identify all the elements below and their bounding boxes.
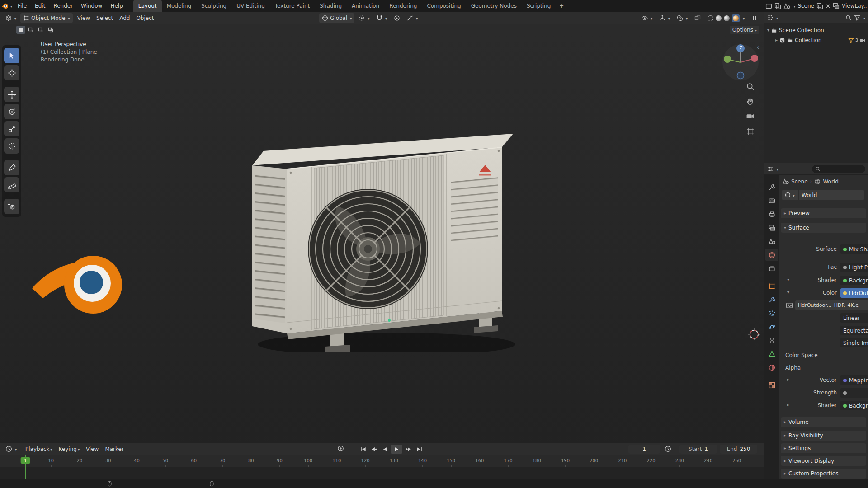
view-layer-name[interactable]: ViewLay... bbox=[842, 3, 867, 9]
camera-view-icon[interactable] bbox=[746, 112, 755, 121]
select-mode-extend-button[interactable] bbox=[26, 26, 35, 34]
chevron-down-icon[interactable] bbox=[776, 166, 778, 172]
properties-tab-scene[interactable] bbox=[765, 235, 778, 247]
tool-rotate[interactable] bbox=[4, 104, 19, 119]
menu-render[interactable]: Render bbox=[49, 0, 77, 12]
workspace-tab-compositing[interactable]: Compositing bbox=[422, 0, 466, 12]
panel-volume[interactable]: Volume bbox=[781, 417, 866, 427]
current-frame-field[interactable]: 1 bbox=[628, 445, 660, 454]
workspace-tab-geometry-nodes[interactable]: Geometry Nodes bbox=[466, 0, 522, 12]
workspace-tab-modeling[interactable]: Modeling bbox=[162, 0, 197, 12]
menu-edit[interactable]: Edit bbox=[31, 0, 49, 12]
search-input[interactable] bbox=[822, 166, 859, 172]
prop-value-button[interactable]: Light Pa bbox=[840, 263, 868, 272]
proportional-editing-toggle[interactable] bbox=[391, 13, 403, 23]
play-reverse-button[interactable] bbox=[380, 445, 390, 454]
frame-start-field[interactable]: Start 1 bbox=[679, 445, 717, 454]
editor-type-button[interactable] bbox=[3, 13, 19, 23]
tool-cursor[interactable] bbox=[4, 65, 19, 80]
properties-tab-tool[interactable] bbox=[765, 181, 778, 193]
prop-value-button[interactable]: Backgro bbox=[840, 401, 868, 410]
chevron-down-icon[interactable] bbox=[793, 3, 795, 9]
gizmos-dropdown[interactable] bbox=[656, 13, 673, 23]
properties-tab-constraints[interactable] bbox=[765, 334, 778, 346]
world-name-field[interactable]: World bbox=[799, 190, 864, 200]
editor-outliner-icon[interactable] bbox=[767, 14, 774, 21]
add-workspace-button[interactable]: + bbox=[556, 0, 567, 12]
blender-app-menu[interactable] bbox=[0, 0, 14, 12]
timeline-menu-view[interactable]: View bbox=[83, 446, 102, 452]
properties-tab-world[interactable] bbox=[765, 249, 778, 261]
menu-window[interactable]: Window bbox=[77, 0, 106, 12]
panel-ray-visibility[interactable]: Ray Visibility bbox=[781, 431, 866, 441]
properties-tab-render[interactable] bbox=[765, 195, 778, 206]
search-icon[interactable] bbox=[845, 14, 852, 21]
properties-tab-object-data[interactable] bbox=[765, 348, 778, 360]
outliner-item-label[interactable]: Collection bbox=[795, 37, 821, 43]
panel-preview[interactable]: Preview bbox=[781, 208, 866, 218]
image-name-field[interactable]: HdrOutdoor..._HDR_4K.e bbox=[795, 300, 868, 310]
pivot-point-dropdown[interactable] bbox=[356, 13, 372, 23]
prop-value-button[interactable]: Backgro bbox=[840, 276, 868, 285]
jump-start-button[interactable] bbox=[358, 445, 368, 454]
viewport-menu-add[interactable]: Add bbox=[116, 15, 133, 21]
breadcrumb-scene[interactable]: Scene bbox=[791, 178, 808, 185]
new-scene-icon[interactable] bbox=[816, 3, 823, 9]
tool-scale[interactable] bbox=[4, 121, 19, 136]
tool-measure[interactable] bbox=[4, 177, 19, 192]
properties-tab-object[interactable] bbox=[765, 280, 778, 292]
scene-name[interactable]: Scene bbox=[797, 3, 814, 9]
zoom-icon[interactable] bbox=[746, 82, 755, 91]
gizmo-z-axis-label[interactable]: Z bbox=[738, 46, 744, 50]
shading-rendered-button[interactable] bbox=[732, 14, 740, 22]
tool-select-box[interactable] bbox=[4, 48, 19, 63]
checkbox-icon[interactable] bbox=[779, 38, 785, 43]
prop-value-button[interactable]: Mix Sha bbox=[840, 244, 868, 254]
shading-material-button[interactable] bbox=[724, 15, 730, 21]
workspace-tab-layout[interactable]: Layout bbox=[133, 0, 162, 12]
transform-orientation-dropdown[interactable]: Global bbox=[319, 13, 354, 23]
shading-solid-button[interactable] bbox=[716, 15, 722, 21]
panel-settings[interactable]: Settings bbox=[781, 443, 866, 453]
outliner-row-scene-collection[interactable]: Scene Collection bbox=[764, 25, 868, 35]
properties-search[interactable] bbox=[812, 165, 865, 173]
prev-keyframe-button[interactable] bbox=[369, 445, 379, 454]
prop-value-button[interactable]: Mappin bbox=[840, 375, 868, 385]
snap-toggle[interactable] bbox=[373, 13, 390, 23]
outliner-item-label[interactable]: Scene Collection bbox=[779, 27, 824, 33]
grid-ortho-icon[interactable] bbox=[746, 127, 755, 136]
workspace-tab-sculpting[interactable]: Sculpting bbox=[196, 0, 231, 12]
properties-tab-texture[interactable] bbox=[765, 379, 778, 391]
region-collapse-arrow[interactable] bbox=[757, 43, 760, 52]
timeline-ruler[interactable]: 1020304050607080901001101201301401501601… bbox=[0, 455, 764, 467]
workspace-tab-shading[interactable]: Shading bbox=[315, 0, 347, 12]
mode-dropdown[interactable]: Object Mode bbox=[20, 13, 73, 23]
panel-viewport-display[interactable]: Viewport Display bbox=[781, 456, 866, 466]
select-mode-set-button[interactable] bbox=[16, 26, 25, 34]
timeline-menu-playback[interactable]: Playback bbox=[22, 446, 56, 452]
sidebar-toggle[interactable] bbox=[749, 13, 760, 23]
properties-tab-modifiers[interactable] bbox=[765, 294, 778, 305]
viewport-menu-view[interactable]: View bbox=[74, 15, 93, 21]
copy-icon[interactable] bbox=[774, 3, 781, 9]
prop-dropdown[interactable]: Single Ima bbox=[840, 338, 868, 347]
tool-add-cube[interactable] bbox=[4, 199, 19, 214]
frame-end-field[interactable]: End 250 bbox=[720, 445, 757, 454]
scene-icon[interactable] bbox=[783, 178, 789, 185]
shading-wireframe-button[interactable] bbox=[708, 15, 713, 21]
disclosure-triangle-icon[interactable] bbox=[775, 38, 778, 42]
properties-tab-physics[interactable] bbox=[765, 321, 778, 333]
properties-tab-material[interactable] bbox=[765, 361, 778, 373]
chevron-down-icon[interactable] bbox=[775, 14, 778, 21]
play-button[interactable] bbox=[391, 445, 402, 454]
view-layer-icon[interactable] bbox=[833, 3, 840, 9]
auto-keying-record-icon[interactable] bbox=[337, 445, 344, 452]
editor-type-button[interactable] bbox=[3, 444, 19, 454]
breadcrumb-world[interactable]: World bbox=[823, 178, 838, 185]
image-datablock-icon[interactable] bbox=[786, 302, 793, 309]
prop-value-button[interactable] bbox=[840, 388, 868, 398]
options-dropdown[interactable]: Options bbox=[730, 26, 760, 34]
workspace-tab-scripting[interactable]: Scripting bbox=[522, 0, 556, 12]
current-frame-badge[interactable]: 1 bbox=[21, 457, 30, 464]
menu-file[interactable]: File bbox=[14, 0, 31, 12]
